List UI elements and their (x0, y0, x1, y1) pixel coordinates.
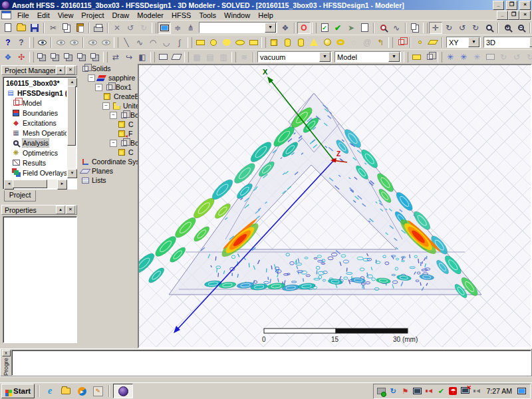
draw-ellipse-icon[interactable] (233, 37, 247, 49)
usb-device-icon[interactable] (376, 386, 386, 396)
rotate-view-icon-1[interactable]: ↻ (442, 22, 456, 34)
progress-close-icon[interactable]: x (2, 350, 11, 356)
field-overlay-icon-2[interactable]: ✣ (15, 51, 28, 63)
sweep-stack-icon[interactable]: ≋ (237, 51, 251, 63)
new-rectangle-icon[interactable] (410, 51, 423, 63)
minimize-button[interactable]: _ (493, 1, 504, 10)
project-tree-item-boundaries[interactable]: Boundaries (4, 108, 66, 118)
subtract-icon[interactable] (49, 51, 62, 63)
movement-mode-combo-dropdown-icon[interactable]: ▼ (529, 37, 532, 47)
network-error-icon[interactable] (460, 386, 469, 396)
volume-icon[interactable] (472, 386, 481, 396)
drawing-plane-combo-dropdown-icon[interactable]: ▼ (468, 37, 479, 47)
model-tree-item-c[interactable]: C (78, 120, 138, 129)
array-mirror-icon[interactable]: ▥ (217, 51, 230, 63)
panel-pin-icon[interactable]: ▴ (56, 66, 65, 74)
antivirus-icon[interactable]: ☂ (448, 386, 458, 396)
show-selection-icon[interactable] (67, 37, 80, 49)
cover-lines-icon[interactable] (156, 51, 170, 63)
model-tree-item-sapphire[interactable]: −sapphire (78, 73, 138, 82)
model-tree-item-box1[interactable]: −Box1 (78, 82, 138, 92)
tree-expander-icon[interactable]: − (102, 102, 110, 110)
visibility-icon[interactable] (35, 37, 49, 49)
hide-selection-icon[interactable] (54, 37, 67, 49)
menu-tools[interactable]: Tools (195, 11, 220, 20)
open-icon[interactable] (15, 22, 28, 34)
project-tree-item-results[interactable]: Results (4, 158, 66, 168)
mdi-child-icon[interactable] (1, 11, 11, 19)
snap-vertex-icon[interactable]: ✳ (444, 51, 457, 63)
model-tree-item-box2[interactable]: −Box2 (78, 138, 138, 148)
intersect-icon[interactable] (62, 51, 75, 63)
field-overlay-icon-1[interactable]: ❖ (1, 51, 15, 63)
model-tree-item-f[interactable]: F (78, 129, 138, 138)
draw-cone-icon[interactable] (307, 37, 321, 49)
draw-polygon-icon[interactable] (220, 37, 233, 49)
help-icon[interactable]: ? (1, 37, 15, 49)
show-all-icon[interactable] (99, 37, 112, 49)
menu-modeler[interactable]: Modeler (133, 11, 168, 20)
array-rotate-icon[interactable]: ▤ (203, 51, 217, 63)
draw-spline-icon[interactable]: ∫ (173, 37, 186, 49)
explorer-icon[interactable] (59, 384, 73, 398)
display-icon[interactable] (517, 386, 526, 396)
unselect-box-icon[interactable] (394, 37, 408, 49)
output-variables-icon[interactable]: ∿ (390, 22, 403, 34)
solution-type-icon[interactable]: O (297, 22, 311, 34)
model-tree-item-box3[interactable]: −Box3 (78, 110, 138, 120)
model-tree-item-solids[interactable]: Solids (78, 64, 138, 73)
duplicate-icon[interactable]: ↪ (122, 51, 136, 63)
rotate-view-icon-2[interactable]: ↺ (456, 22, 469, 34)
tab-project[interactable]: Project (4, 190, 36, 201)
model-tree-item-lists[interactable]: Lists (78, 176, 138, 185)
snap-edge-icon[interactable]: ✳ (457, 51, 470, 63)
security-alert-icon[interactable]: ⚑ (400, 386, 410, 396)
solution-data-icon[interactable] (358, 22, 371, 34)
project-manager-window-icon[interactable] (158, 22, 171, 34)
rotate-view-icon-3[interactable]: ↻ (469, 22, 482, 34)
delete-icon[interactable]: ✕ (110, 22, 124, 34)
project-tree-item-field-overlays[interactable]: Field Overlays (4, 168, 66, 178)
taskbar-clock[interactable]: 7:27 AM (484, 387, 514, 395)
pan-icon[interactable]: ✛ (429, 22, 442, 34)
draw-polyhedron-icon[interactable] (294, 37, 307, 49)
restore-button[interactable]: ❐ (506, 1, 517, 10)
project-tree-item-model[interactable]: Model (4, 98, 66, 108)
array-linear-icon[interactable]: ▦ (190, 51, 203, 63)
tree-expander-icon[interactable]: − (95, 84, 102, 91)
material-combo[interactable]: vacuum▼ (257, 51, 332, 63)
panel-close-icon[interactable]: ✕ (66, 66, 75, 74)
project-tree-vscrollbar[interactable]: ▲ ▼ (67, 78, 76, 178)
new-project-icon[interactable] (1, 22, 15, 34)
draw-torus-icon[interactable] (334, 37, 347, 49)
movement-mode-combo[interactable]: 3D▼ (483, 37, 532, 48)
project-tree-item-hfssdesign1-e[interactable]: ▤HFSSDesign1 (E (4, 88, 66, 98)
close-button[interactable]: × (519, 1, 531, 10)
model-tree-item-unite[interactable]: −Unite (78, 101, 138, 110)
measure-position-icon[interactable]: ↻ (497, 51, 510, 63)
hide-all-icon[interactable] (86, 37, 99, 49)
zoom-dynamic-icon[interactable] (482, 22, 495, 34)
move-icon[interactable]: ⇄ (109, 51, 122, 63)
project-tree-item-mesh-operation[interactable]: ▦Mesh Operation (4, 128, 66, 138)
copy-icon[interactable] (60, 22, 73, 34)
tree-expander-icon[interactable]: − (110, 112, 117, 119)
validate-icon[interactable] (318, 22, 331, 34)
variables-icon[interactable]: ⋔ (184, 22, 198, 34)
measure-length-icon[interactable]: ↺ (510, 51, 523, 63)
mdi-minimize-button[interactable]: _ (497, 11, 508, 20)
menu-draw[interactable]: Draw (108, 11, 134, 20)
separate-icon[interactable] (88, 51, 102, 63)
message-manager-icon[interactable]: ≑ (171, 22, 184, 34)
design-select-combo[interactable]: ▼ (199, 22, 277, 33)
draw-circle-icon[interactable] (207, 37, 220, 49)
draw-polyline-icon[interactable]: ∿ (133, 37, 146, 49)
measure-area-icon[interactable]: ↻ (523, 51, 532, 63)
project-tree-item-excitations[interactable]: ◆Excitations (4, 118, 66, 128)
draw-region-icon[interactable] (247, 37, 260, 49)
draw-line-icon[interactable]: ╲ (120, 37, 133, 49)
split-icon[interactable] (75, 51, 88, 63)
wire-box-icon[interactable] (423, 51, 436, 63)
model-tree-item-createbo[interactable]: CreateBo (78, 92, 138, 101)
menu-file[interactable]: File (13, 11, 33, 20)
